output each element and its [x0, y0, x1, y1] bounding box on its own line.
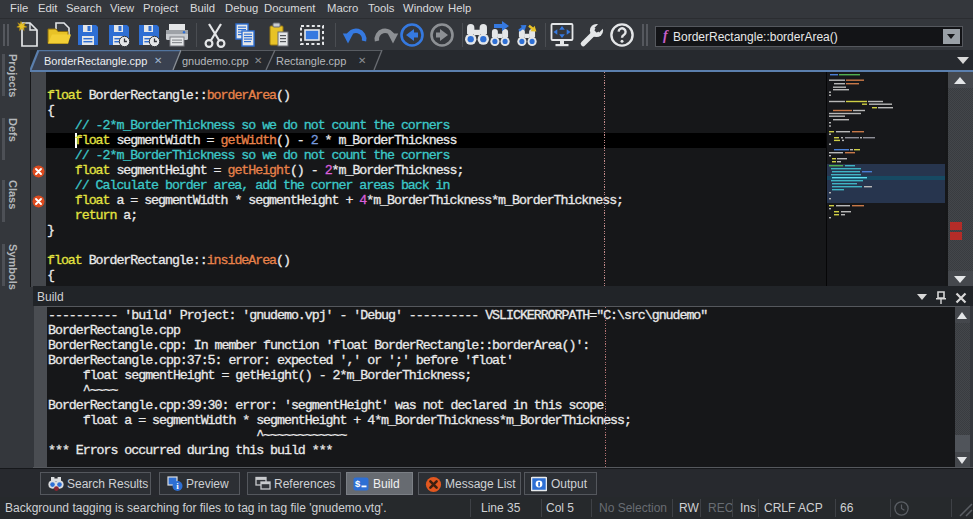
- svg-text:$: $: [355, 479, 361, 490]
